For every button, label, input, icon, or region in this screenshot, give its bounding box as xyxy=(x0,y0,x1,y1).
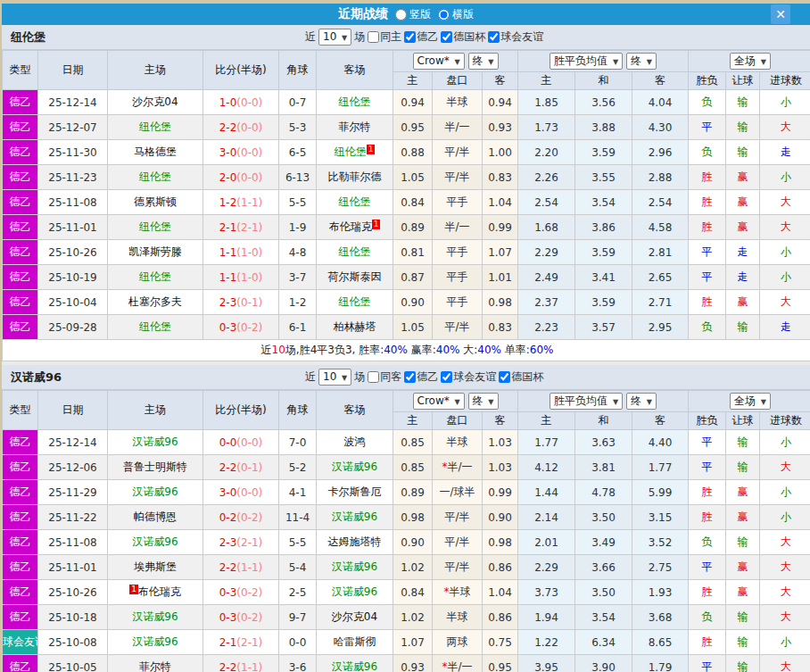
date-cell: 25-11-30 xyxy=(38,140,108,165)
away-team-cell: 卡尔斯鲁厄 xyxy=(317,480,393,505)
chevron-down-icon: ▼ xyxy=(342,34,347,42)
home-team-cell: 汉诺威96 xyxy=(108,480,203,505)
close-icon[interactable]: ✕ xyxy=(771,4,790,24)
scope-select[interactable]: 全场 ▼ xyxy=(730,53,771,70)
same-venue-checkbox[interactable]: 同客 xyxy=(368,369,401,385)
team-link: 埃弗斯堡 xyxy=(134,560,177,573)
result-wdl-cell: 平 xyxy=(689,240,726,265)
avg-time-select[interactable]: 终 ▼ xyxy=(626,53,657,70)
away-team-cell: 纽伦堡1 xyxy=(317,140,393,165)
odds-away-cell: 0.93 xyxy=(483,115,518,140)
avg-group-header: 胜平负均值 ▼ 终 ▼ xyxy=(518,51,689,72)
scope-select[interactable]: 全场 ▼ xyxy=(730,393,771,410)
home-team-cell: 纽伦堡 xyxy=(108,265,203,290)
column-subheader: 让球 xyxy=(726,412,760,430)
league-type-cell: 德乙 xyxy=(3,455,38,480)
league-filter-input[interactable] xyxy=(404,31,416,43)
team-link[interactable]: 纽伦堡 xyxy=(339,245,371,258)
league-filter-input[interactable] xyxy=(488,31,500,43)
score-cell: 2-1(2-1) xyxy=(203,215,279,240)
handicap-cell: 两球 xyxy=(433,630,483,655)
league-filter-input[interactable] xyxy=(499,371,510,383)
league-filter-checkbox[interactable]: 球会友谊 xyxy=(441,369,496,385)
score-cell: 1-1(1-0) xyxy=(203,265,279,290)
team-link[interactable]: 纽伦堡 xyxy=(139,320,171,333)
league-type-cell: 德乙 xyxy=(3,215,38,240)
same-venue-input[interactable] xyxy=(368,371,379,383)
league-filter-checkbox[interactable]: 球会友谊 xyxy=(488,29,543,45)
team-link[interactable]: 纽伦堡 xyxy=(339,195,371,208)
league-filter-checkbox[interactable]: 德乙 xyxy=(404,29,438,45)
corner-cell: 5-4 xyxy=(279,555,317,580)
match-count-select[interactable]: 10 ▼ xyxy=(318,29,351,46)
horizontal-radio-input[interactable] xyxy=(438,9,450,21)
result-wdl-cell: 平 xyxy=(689,430,726,455)
result-goals-cell: 大 xyxy=(760,555,810,580)
team-link[interactable]: 纽伦堡 xyxy=(335,145,367,158)
team-link[interactable]: 汉诺威96 xyxy=(132,436,178,448)
league-filter-input[interactable] xyxy=(441,371,452,383)
team-link[interactable]: 纽伦堡 xyxy=(139,170,171,183)
team-link[interactable]: 汉诺威96 xyxy=(132,535,178,548)
odds-time-select[interactable]: 终 ▼ xyxy=(468,393,499,410)
league-type-cell: 德乙 xyxy=(3,190,38,215)
team-link[interactable]: 汉诺威96 xyxy=(132,610,178,623)
same-venue-checkbox[interactable]: 同主 xyxy=(368,29,401,45)
team-link[interactable]: 纽伦堡 xyxy=(139,220,171,233)
team-link[interactable]: 纽伦堡 xyxy=(139,120,171,133)
match-row: 德乙 25-12-14 汉诺威96 0-0(0-0) 7-0 波鸿 0.85 半… xyxy=(3,430,810,455)
home-team-cell: 汉诺威96 xyxy=(108,605,203,630)
results-table: 类型日期主场比分(半场)角球客场Crow* ▼ 终 ▼胜平负均值 ▼ 终 ▼全场… xyxy=(2,50,810,361)
same-venue-input[interactable] xyxy=(368,31,379,43)
odds-time-select[interactable]: 终 ▼ xyxy=(468,53,499,70)
odds-away-cell: 0.99 xyxy=(483,480,518,505)
result-wdl-cell: 负 xyxy=(689,140,726,165)
column-subheader: 客 xyxy=(632,72,689,90)
result-handicap-cell: 赢 xyxy=(726,580,760,605)
match-row: 德乙 25-10-26 凯泽斯劳滕 1-1(1-0) 4-8 纽伦堡 0.81 … xyxy=(3,240,810,265)
avg-time-select[interactable]: 终 ▼ xyxy=(626,393,657,410)
team-link[interactable]: 纽伦堡 xyxy=(339,95,371,108)
league-filter-input[interactable] xyxy=(404,371,416,383)
avg-type-select[interactable]: 胜平负均值 ▼ xyxy=(550,393,623,410)
avg-away-cell: 5.99 xyxy=(632,480,689,505)
league-filter-input[interactable] xyxy=(441,31,452,43)
team-link[interactable]: 汉诺威96 xyxy=(132,485,178,498)
score-cell: 2-2(0-0) xyxy=(203,115,279,140)
team-link[interactable]: 汉诺威96 xyxy=(332,560,377,573)
league-filter-checkbox[interactable]: 德国杯 xyxy=(499,369,543,385)
team-link[interactable]: 汉诺威96 xyxy=(332,460,377,473)
layout-radio-horizontal[interactable]: 横版 xyxy=(438,7,474,22)
odds-away-cell: 1.07 xyxy=(483,240,518,265)
team-link[interactable]: 汉诺威96 xyxy=(132,635,178,648)
corner-cell: 1-9 xyxy=(279,215,317,240)
avg-type-select[interactable]: 胜平负均值 ▼ xyxy=(550,53,623,70)
avg-home-cell: 2.26 xyxy=(518,165,575,190)
odds-company-select[interactable]: Crow* ▼ xyxy=(413,53,465,70)
score-cell: 2-2(0-1) xyxy=(203,455,279,480)
team-link[interactable]: 纽伦堡 xyxy=(339,295,371,308)
team-link[interactable]: 汉诺威96 xyxy=(332,660,377,672)
result-handicap-cell: 赢 xyxy=(726,290,760,315)
match-row: 德乙 25-10-18 汉诺威96 0-3(0-2) 9-7 沙尔克04 1.0… xyxy=(3,605,810,630)
vertical-radio-input[interactable] xyxy=(395,9,407,21)
match-row: 德乙 25-09-28 纽伦堡 0-3(0-2) 6-1 柏林赫塔 1.05 平… xyxy=(3,315,810,340)
home-team-cell: 凯泽斯劳滕 xyxy=(108,240,203,265)
team-link[interactable]: 汉诺威96 xyxy=(332,510,377,523)
odds-company-select[interactable]: Crow* ▼ xyxy=(413,393,465,410)
corner-cell: 0-7 xyxy=(279,90,317,115)
date-cell: 25-10-08 xyxy=(38,630,108,655)
league-filter-checkbox[interactable]: 德国杯 xyxy=(441,29,485,45)
team-link: 沙尔克04 xyxy=(332,610,377,623)
team-link[interactable]: 纽伦堡 xyxy=(139,270,171,283)
match-count-select[interactable]: 10 ▼ xyxy=(318,369,351,386)
team-link[interactable]: 汉诺威96 xyxy=(332,585,377,598)
league-filter-checkbox[interactable]: 德乙 xyxy=(404,369,438,385)
layout-radio-vertical[interactable]: 竖版 xyxy=(395,7,431,22)
odds-group-header: Crow* ▼ 终 ▼ xyxy=(393,391,518,412)
date-cell: 25-10-05 xyxy=(38,655,108,672)
odds-away-cell: 0.98 xyxy=(483,290,518,315)
avg-draw-cell: 6.34 xyxy=(575,630,632,655)
column-subheader: 客 xyxy=(632,412,689,430)
result-goals-cell: 小 xyxy=(760,265,810,290)
